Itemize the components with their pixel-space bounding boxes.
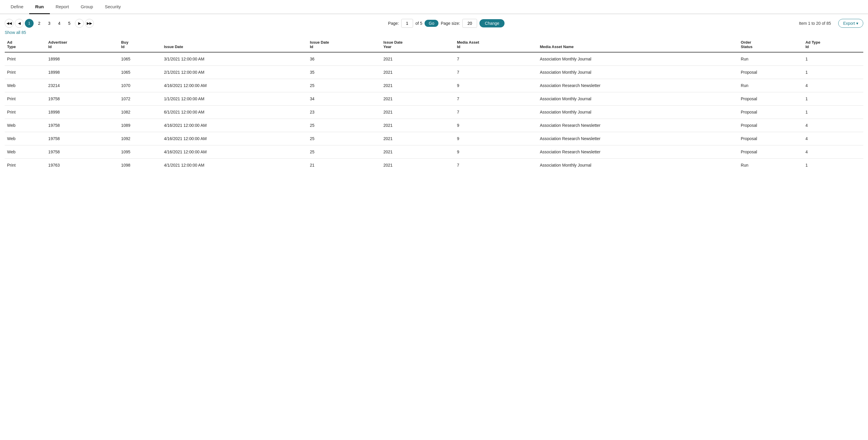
table-cell: 2/1/2021 12:00:00 AM	[162, 66, 308, 79]
table-cell: Proposal	[739, 119, 803, 132]
go-button[interactable]: Go	[425, 20, 438, 27]
table-row: Print1899810652/1/2021 12:00:00 AM352021…	[5, 66, 863, 79]
table-cell: 4/1/2021 12:00:00 AM	[162, 159, 308, 172]
prev-page-button[interactable]: ◀	[15, 19, 24, 28]
table-cell: 9	[455, 132, 537, 146]
table-cell: 2021	[381, 159, 454, 172]
table-cell: Association Monthly Journal	[537, 105, 739, 119]
col-header-issue-date-year: Issue DateYear	[381, 37, 454, 52]
table-cell: 23	[307, 105, 381, 119]
tab-bar: Define Run Report Group Security	[0, 0, 868, 14]
page-5-button[interactable]: 5	[65, 19, 74, 28]
table-cell: 23214	[46, 79, 119, 92]
table-cell: 4/16/2021 12:00:00 AM	[162, 79, 308, 92]
col-header-order-status: OrderStatus	[739, 37, 803, 52]
table-cell: 1	[803, 52, 863, 66]
show-all-link[interactable]: Show all 85	[0, 29, 868, 37]
table-cell: 1065	[119, 52, 162, 66]
item-range: Item 1 to 20 of 85	[799, 21, 831, 26]
table-cell: 7	[455, 52, 537, 66]
table-cell: 4	[803, 79, 863, 92]
table-cell: 2021	[381, 66, 454, 79]
table-row: Web2321410704/16/2021 12:00:00 AM2520219…	[5, 79, 863, 92]
table-cell: Print	[5, 92, 46, 105]
table-cell: 4/16/2021 12:00:00 AM	[162, 119, 308, 132]
table-cell: 1089	[119, 119, 162, 132]
table-cell: Print	[5, 105, 46, 119]
table-cell: 7	[455, 159, 537, 172]
page-3-button[interactable]: 3	[45, 19, 54, 28]
page-input[interactable]	[401, 19, 413, 28]
last-page-button[interactable]: ▶▶	[85, 19, 94, 28]
table-header-row: AdType AdvertiserId BuyId Issue Date Iss…	[5, 37, 863, 52]
table-cell: 4/16/2021 12:00:00 AM	[162, 132, 308, 146]
table-cell: 2021	[381, 132, 454, 146]
table-cell: 6/1/2021 12:00:00 AM	[162, 105, 308, 119]
table-cell: Run	[739, 159, 803, 172]
page-navigation: ◀◀ ◀ 1 2 3 4 5 ▶ ▶▶	[5, 19, 94, 28]
table-cell: 1082	[119, 105, 162, 119]
page-size-label: Page size:	[441, 21, 460, 26]
table-cell: Run	[739, 79, 803, 92]
table-cell: 1	[803, 105, 863, 119]
table-cell: 18998	[46, 66, 119, 79]
table-cell: Web	[5, 146, 46, 159]
tab-run[interactable]: Run	[29, 0, 50, 14]
col-header-media-asset-id: Media AssetId	[455, 37, 537, 52]
table-cell: Association Monthly Journal	[537, 66, 739, 79]
col-header-media-asset-name: Media Asset Name	[537, 37, 739, 52]
table-cell: 9	[455, 79, 537, 92]
table-cell: 4	[803, 132, 863, 146]
page-4-button[interactable]: 4	[55, 19, 64, 28]
table-cell: Web	[5, 119, 46, 132]
table-cell: 7	[455, 92, 537, 105]
data-table-container: AdType AdvertiserId BuyId Issue Date Iss…	[0, 37, 868, 171]
table-cell: 1	[803, 92, 863, 105]
page-2-button[interactable]: 2	[35, 19, 44, 28]
page-1-button[interactable]: 1	[25, 19, 34, 28]
change-button[interactable]: Change	[479, 19, 504, 27]
table-cell: 19763	[46, 159, 119, 172]
table-cell: 4/16/2021 12:00:00 AM	[162, 146, 308, 159]
tab-define[interactable]: Define	[5, 0, 29, 13]
table-cell: 1	[803, 159, 863, 172]
table-cell: 19758	[46, 146, 119, 159]
table-cell: 1092	[119, 132, 162, 146]
table-cell: Print	[5, 66, 46, 79]
table-cell: Proposal	[739, 92, 803, 105]
table-row: Web1975810924/16/2021 12:00:00 AM2520219…	[5, 132, 863, 146]
table-cell: 2021	[381, 52, 454, 66]
export-button[interactable]: Export ▾	[838, 19, 863, 28]
table-row: Web1975810894/16/2021 12:00:00 AM2520219…	[5, 119, 863, 132]
table-cell: 2021	[381, 119, 454, 132]
table-cell: Run	[739, 52, 803, 66]
table-cell: 1/1/2021 12:00:00 AM	[162, 92, 308, 105]
tab-report[interactable]: Report	[50, 0, 75, 13]
table-cell: 21	[307, 159, 381, 172]
col-header-advertiser-id: AdvertiserId	[46, 37, 119, 52]
table-row: Print1976310984/1/2021 12:00:00 AM212021…	[5, 159, 863, 172]
table-cell: Proposal	[739, 66, 803, 79]
table-cell: Association Monthly Journal	[537, 52, 739, 66]
table-cell: 19758	[46, 119, 119, 132]
table-cell: 25	[307, 79, 381, 92]
table-cell: 36	[307, 52, 381, 66]
first-page-button[interactable]: ◀◀	[5, 19, 13, 28]
col-header-buy-id: BuyId	[119, 37, 162, 52]
page-size-input[interactable]	[462, 19, 477, 28]
next-page-button[interactable]: ▶	[75, 19, 84, 28]
table-cell: 25	[307, 119, 381, 132]
col-header-ad-type: AdType	[5, 37, 46, 52]
table-cell: 2021	[381, 105, 454, 119]
table-cell: 3/1/2021 12:00:00 AM	[162, 52, 308, 66]
table-row: Print1899810826/1/2021 12:00:00 AM232021…	[5, 105, 863, 119]
table-cell: 7	[455, 105, 537, 119]
table-cell: Print	[5, 52, 46, 66]
tab-group[interactable]: Group	[75, 0, 99, 13]
table-cell: Association Research Newsletter	[537, 119, 739, 132]
table-cell: 19758	[46, 132, 119, 146]
col-header-issue-date-id: Issue DateId	[307, 37, 381, 52]
table-row: Web1975810954/16/2021 12:00:00 AM2520219…	[5, 146, 863, 159]
tab-security[interactable]: Security	[99, 0, 127, 13]
table-cell: 2021	[381, 146, 454, 159]
